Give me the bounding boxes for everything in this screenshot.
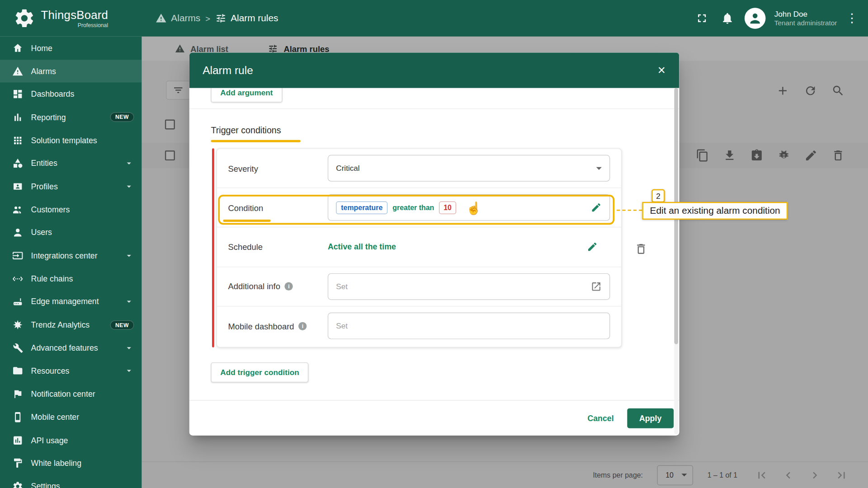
- condition-operator: greater than: [392, 203, 434, 211]
- sidebar-item-label: Customers: [31, 205, 70, 214]
- sidebar-item-customers[interactable]: Customers: [0, 198, 142, 221]
- user-avatar[interactable]: [745, 8, 766, 29]
- sidebar-item-mobile-center[interactable]: Mobile center: [0, 406, 142, 429]
- chevron-down-icon: [124, 159, 134, 169]
- new-badge: NEW: [110, 320, 134, 329]
- sidebar-item-reporting[interactable]: Reporting NEW: [0, 106, 142, 129]
- cancel-button[interactable]: Cancel: [579, 409, 623, 427]
- sidebar-item-white-labeling[interactable]: White labeling: [0, 452, 142, 475]
- sidebar-item-home[interactable]: Home: [0, 37, 142, 60]
- open-editor-button[interactable]: [591, 281, 602, 292]
- trigger-condition-card: Severity Critical Condition temperature …: [217, 148, 622, 347]
- edit-schedule-button[interactable]: [587, 241, 598, 252]
- mobile-dashboard-row: Mobile dashboard i Set: [217, 306, 621, 346]
- apply-button[interactable]: Apply: [627, 408, 674, 428]
- severity-color-bar: [212, 148, 214, 347]
- wrench-icon: [12, 343, 23, 353]
- person-icon: [12, 227, 23, 238]
- remove-trigger-condition-button[interactable]: [634, 242, 647, 255]
- condition-value-chip: 10: [439, 201, 456, 214]
- sidebar-item-label: Resources: [31, 366, 70, 375]
- sidebar-item-dashboards[interactable]: Dashboards: [0, 83, 142, 106]
- dialog-title: Alarm rule: [203, 64, 253, 76]
- sidebar-item-users[interactable]: Users: [0, 221, 142, 244]
- launch-icon: [591, 281, 602, 292]
- notifications-button[interactable]: [719, 10, 736, 27]
- input-icon: [12, 250, 23, 261]
- additional-info-label: Additional info: [228, 282, 280, 291]
- sidebar-item-label: Users: [31, 228, 52, 237]
- info-icon: i: [285, 282, 293, 291]
- sidebar-item-notification-center[interactable]: Notification center: [0, 383, 142, 406]
- sidebar-item-label: Reporting: [31, 113, 66, 122]
- user-info[interactable]: John Doe Tenant administrator: [774, 9, 837, 28]
- app-subtitle: Professional: [41, 22, 108, 28]
- tune-icon: [215, 13, 226, 23]
- sidebar-item-trendz-analytics[interactable]: Trendz Analytics NEW: [0, 313, 142, 336]
- sidebar-item-label: Dashboards: [31, 90, 75, 99]
- breadcrumb-label: Alarm rules: [231, 13, 278, 23]
- sidebar-item-entities[interactable]: Entities: [0, 152, 142, 175]
- info-icon: i: [298, 322, 307, 330]
- rule-chains-icon: [12, 273, 23, 284]
- warning-icon: [156, 13, 166, 23]
- mobile-dashboard-field[interactable]: Set: [328, 313, 610, 339]
- severity-value: Critical: [336, 164, 359, 173]
- sidebar-item-label: Mobile center: [31, 413, 80, 422]
- divider: [189, 108, 679, 109]
- paint-icon: [12, 458, 23, 469]
- additional-info-placeholder: Set: [336, 282, 348, 291]
- trash-icon: [634, 242, 647, 255]
- sidebar-item-label: Integrations center: [31, 251, 98, 260]
- thingsboard-logo-icon: [13, 7, 35, 29]
- scrollbar-thumb[interactable]: [674, 88, 678, 344]
- sidebar-item-label: Notification center: [31, 389, 95, 399]
- sidebar-item-rule-chains[interactable]: Rule chains: [0, 267, 142, 290]
- sidebar-item-label: White labeling: [31, 459, 82, 468]
- sidebar-item-label: API usage: [31, 436, 68, 445]
- condition-label: Condition: [228, 203, 327, 212]
- sidebar-item-alarms[interactable]: Alarms: [0, 60, 142, 83]
- schedule-value[interactable]: Active all the time: [328, 243, 396, 252]
- bell-icon: [721, 12, 734, 25]
- smartphone-icon: [12, 412, 23, 422]
- condition-field[interactable]: temperature greater than 10: [328, 194, 610, 221]
- edit-condition-button[interactable]: [591, 202, 602, 213]
- dialog-header: Alarm rule ×: [189, 52, 679, 88]
- bar-chart-icon: [12, 112, 23, 122]
- sidebar-item-integrations-center[interactable]: Integrations center: [0, 244, 142, 267]
- breadcrumb-alarm-rules[interactable]: Alarm rules: [215, 13, 278, 23]
- fullscreen-button[interactable]: [693, 10, 710, 27]
- sidebar-item-api-usage[interactable]: API usage: [0, 429, 142, 452]
- flag-icon: [12, 389, 23, 399]
- more-menu-button[interactable]: ⋮: [846, 11, 855, 25]
- new-badge: NEW: [110, 113, 134, 122]
- breadcrumb-alarms[interactable]: Alarms: [156, 13, 200, 23]
- add-trigger-condition-button[interactable]: Add trigger condition: [211, 362, 309, 382]
- sidebar-item-advanced-features[interactable]: Advanced features: [0, 336, 142, 359]
- additional-info-row: Additional info i Set: [217, 267, 621, 306]
- dialog-body: Add argument Trigger conditions Severity…: [189, 88, 679, 436]
- sidebar-item-profiles[interactable]: Profiles: [0, 175, 142, 198]
- severity-select[interactable]: Critical: [328, 155, 610, 182]
- additional-info-field[interactable]: Set: [328, 273, 610, 300]
- dialog-footer: Cancel Apply: [189, 400, 679, 435]
- entities-icon: [12, 158, 23, 169]
- logo[interactable]: ThingsBoard Professional: [13, 7, 138, 29]
- top-app-bar: ThingsBoard Professional Alarms > Alarm …: [0, 0, 868, 37]
- chevron-down-icon: [124, 343, 134, 353]
- add-argument-button[interactable]: Add argument: [211, 88, 283, 103]
- sidebar-item-settings[interactable]: Settings: [0, 475, 142, 488]
- sidebar-item-resources[interactable]: Resources: [0, 359, 142, 382]
- people-icon: [12, 204, 23, 215]
- dashboards-icon: [12, 89, 23, 99]
- thingsboard-app: ThingsBoard Professional Alarms > Alarm …: [0, 0, 868, 488]
- sidebar-item-solution-templates[interactable]: Solution templates: [0, 129, 142, 152]
- person-icon: [748, 11, 762, 25]
- sidebar-item-edge-management[interactable]: Edge management: [0, 290, 142, 313]
- dialog-scrollbar[interactable]: [674, 88, 678, 435]
- schedule-row: Schedule Active all the time: [217, 228, 621, 267]
- close-button[interactable]: ×: [653, 61, 670, 79]
- router-icon: [12, 296, 23, 307]
- condition-key-chip: temperature: [336, 201, 387, 214]
